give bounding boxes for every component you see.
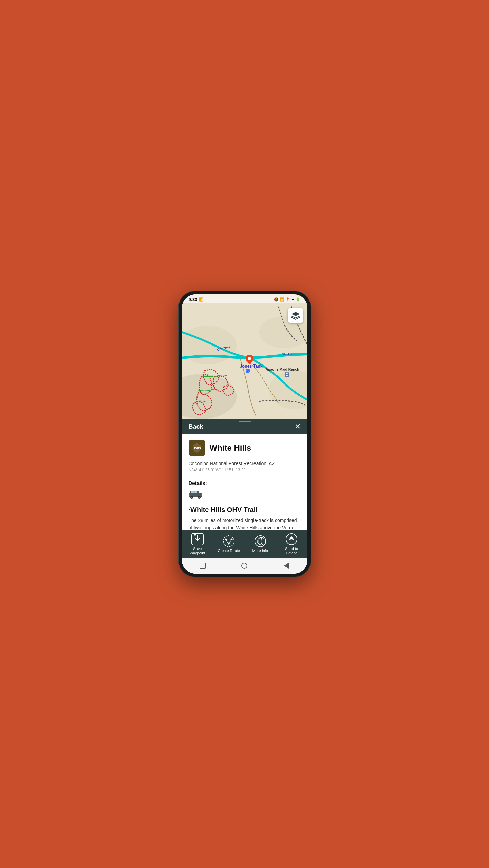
sim-icon: 📶 [199,297,204,302]
status-bar: 9:33 📶 🔕 📶 📍 ▼ 🔋 [182,294,307,303]
sheet-header: Back ✕ [182,419,307,434]
vehicle-icon [189,489,301,502]
sheet-content: USFS White Hills Coconino National Fores… [182,434,307,530]
svg-text:+: + [194,534,196,537]
create-route-button[interactable]: Create Route [217,535,241,553]
bluetooth-icon: 📶 [280,297,284,302]
poi-header: USFS White Hills [189,440,301,456]
close-button[interactable]: ✕ [295,423,301,430]
send-to-device-icon [285,533,298,545]
poi-subtitle: Coconino National Forest Recreation, AZ [189,461,301,466]
create-route-label: Create Route [218,549,240,553]
svg-point-18 [248,357,251,360]
location-icon: 📍 [285,297,290,302]
poi-title: White Hills [210,443,251,453]
more-info-button[interactable]: More Info [248,535,272,553]
recent-apps-button[interactable] [198,561,207,570]
svg-rect-22 [191,491,194,493]
back-nav-icon [284,563,289,569]
svg-rect-13 [287,375,288,376]
save-waypoint-button[interactable]: + SaveWaypoint [186,533,209,555]
back-button[interactable]: Back [189,423,203,430]
trail-title: ·White Hills OHV Trail [189,506,301,514]
back-nav-button[interactable] [282,561,291,570]
create-route-icon [223,535,235,547]
drag-handle [239,421,251,422]
details-label: Details: [189,480,301,486]
poi-icon: USFS [189,440,205,456]
home-button[interactable] [240,561,249,570]
recent-apps-icon [200,563,206,569]
save-waypoint-label: SaveWaypoint [190,547,205,555]
svg-text:NF-120: NF-120 [282,352,294,356]
svg-text:Jones Tank: Jones Tank [240,364,262,369]
map-view[interactable]: NF-120 Cornville Apache Maid Ranch Apach… [182,303,307,419]
bell-slash-icon: 🔕 [274,297,279,302]
time-display: 9:33 [189,297,198,302]
send-to-device-label: Send toDevice [285,547,298,555]
battery-icon: 🔋 [296,297,301,302]
svg-text:Apache Maid Ranch: Apache Maid Ranch [265,368,299,371]
trail-description: The 28 miles of motorized single-track i… [189,517,301,530]
poi-coords: N34° 41' 25.9" W111° 51' 13.2" [189,468,301,476]
svg-point-33 [223,536,234,547]
more-info-label: More Info [252,549,268,553]
send-to-device-button[interactable]: Send toDevice [280,533,303,555]
svg-text:USFS: USFS [192,447,201,450]
svg-rect-29 [201,494,202,496]
save-waypoint-icon: + [191,533,204,545]
svg-rect-12 [286,375,287,376]
bottom-sheet: Back ✕ USFS White Hills Coconino N [182,419,307,574]
svg-rect-28 [189,494,190,496]
svg-point-27 [199,497,200,498]
svg-rect-9 [285,372,289,377]
wifi-icon: ▼ [291,298,295,302]
svg-point-17 [247,370,249,372]
svg-point-25 [191,497,192,498]
svg-rect-11 [287,373,288,374]
svg-rect-23 [194,491,197,493]
phone-screen: 9:33 📶 🔕 📶 📍 ▼ 🔋 [182,294,307,574]
svg-rect-10 [286,373,287,374]
action-bar: + SaveWaypoint [182,530,307,558]
phone-frame: 9:33 📶 🔕 📶 📍 ▼ 🔋 [178,291,311,577]
home-icon [241,563,247,569]
more-info-icon [254,535,266,547]
layer-toggle-button[interactable] [288,308,303,323]
system-nav-bar [182,558,307,574]
